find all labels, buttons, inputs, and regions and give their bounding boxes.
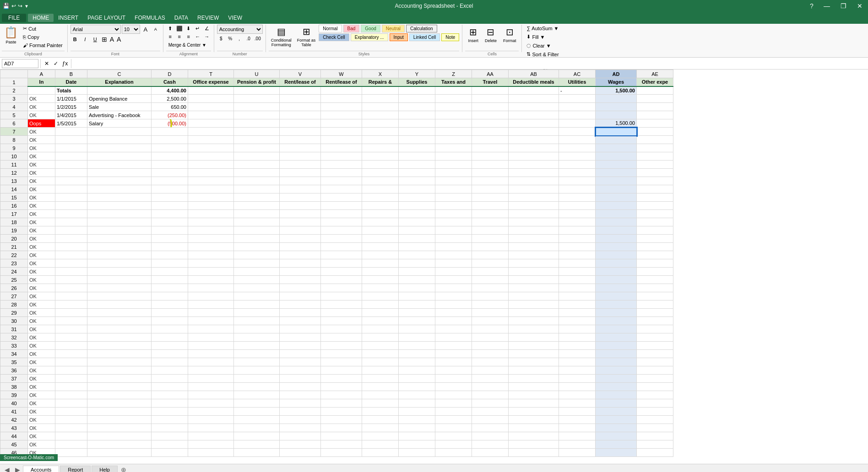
cell-AC14[interactable] xyxy=(559,185,596,193)
cell-D43[interactable] xyxy=(152,424,188,432)
cell-C7[interactable] xyxy=(87,128,152,136)
cell-AD13[interactable] xyxy=(596,177,637,185)
row-header-25[interactable]: 25 xyxy=(0,276,28,284)
cell-AB17[interactable] xyxy=(509,210,559,218)
cell-T15[interactable] xyxy=(188,193,234,202)
align-right-btn[interactable]: ≡ xyxy=(184,33,193,40)
row-header-42[interactable]: 42 xyxy=(0,416,28,424)
cell-B13[interactable] xyxy=(55,177,87,185)
cell-W36[interactable] xyxy=(321,366,362,375)
cell-V28[interactable] xyxy=(280,300,321,309)
cell-Y25[interactable] xyxy=(399,276,435,284)
cell-AC39[interactable] xyxy=(559,391,596,399)
cell-AB40[interactable] xyxy=(509,399,559,408)
cell-A36[interactable]: OK xyxy=(28,366,55,375)
cell-Z44[interactable] xyxy=(435,432,472,440)
cell-X31[interactable] xyxy=(362,325,399,333)
cell-AC29[interactable] xyxy=(559,309,596,317)
cell-AD40[interactable] xyxy=(596,399,637,408)
cell-X23[interactable] xyxy=(362,259,399,268)
cell-D46[interactable] xyxy=(152,449,188,457)
cell-V23[interactable] xyxy=(280,259,321,268)
cell-V19[interactable] xyxy=(280,226,321,235)
cell-Z23[interactable] xyxy=(435,259,472,268)
cell-U37[interactable] xyxy=(234,375,280,383)
cell-V16[interactable] xyxy=(280,202,321,210)
cell-W5[interactable] xyxy=(321,111,362,119)
cell-B33[interactable] xyxy=(55,342,87,350)
cell-AA43[interactable] xyxy=(472,424,509,432)
cell-Y42[interactable] xyxy=(399,416,435,424)
cell-AE33[interactable] xyxy=(637,342,673,350)
cell-Y19[interactable] xyxy=(399,226,435,235)
cell-V35[interactable] xyxy=(280,358,321,366)
cell-AE12[interactable] xyxy=(637,169,673,177)
row-header-16[interactable]: 16 xyxy=(0,202,28,210)
cell-Y29[interactable] xyxy=(399,309,435,317)
cell-A24[interactable]: OK xyxy=(28,268,55,276)
cell-V1[interactable]: Rent/lease of xyxy=(280,78,321,86)
cell-AC30[interactable] xyxy=(559,317,596,325)
col-header-A[interactable]: A xyxy=(28,70,55,78)
cell-Y11[interactable] xyxy=(399,161,435,169)
align-left-btn[interactable]: ≡ xyxy=(166,33,174,40)
cell-V14[interactable] xyxy=(280,185,321,193)
cell-W12[interactable] xyxy=(321,169,362,177)
cell-B20[interactable] xyxy=(55,235,87,243)
cell-Z27[interactable] xyxy=(435,292,472,300)
cell-X27[interactable] xyxy=(362,292,399,300)
cell-W20[interactable] xyxy=(321,235,362,243)
row-header-18[interactable]: 18 xyxy=(0,218,28,226)
cell-AC42[interactable] xyxy=(559,416,596,424)
cell-AA29[interactable] xyxy=(472,309,509,317)
cell-U6[interactable] xyxy=(234,119,280,128)
col-header-AA[interactable]: AA xyxy=(472,70,509,78)
cell-X35[interactable] xyxy=(362,358,399,366)
run-icon[interactable]: ▼ xyxy=(24,4,29,9)
row-header-31[interactable]: 31 xyxy=(0,325,28,333)
cell-AA15[interactable] xyxy=(472,193,509,202)
cell-AA26[interactable] xyxy=(472,284,509,292)
cell-AB35[interactable] xyxy=(509,358,559,366)
cell-T34[interactable] xyxy=(188,350,234,358)
cell-AB3[interactable] xyxy=(509,95,559,103)
cell-B37[interactable] xyxy=(55,375,87,383)
cell-AE46[interactable] xyxy=(637,449,673,457)
cell-C4[interactable]: Sale xyxy=(87,103,152,111)
cell-A4[interactable]: OK xyxy=(28,103,55,111)
cell-U8[interactable] xyxy=(234,136,280,144)
cell-AA11[interactable] xyxy=(472,161,509,169)
cell-T14[interactable] xyxy=(188,185,234,193)
cell-X44[interactable] xyxy=(362,432,399,440)
cell-U40[interactable] xyxy=(234,399,280,408)
cell-AB1[interactable]: Deductible meals xyxy=(509,78,559,86)
cell-U44[interactable] xyxy=(234,432,280,440)
cell-Z37[interactable] xyxy=(435,375,472,383)
cell-T4[interactable] xyxy=(188,103,234,111)
cell-C17[interactable] xyxy=(87,210,152,218)
conditional-formatting-button[interactable]: ▤ ConditionalFormatting xyxy=(269,25,294,48)
cell-AA44[interactable] xyxy=(472,432,509,440)
cell-U18[interactable] xyxy=(234,218,280,226)
cell-W3[interactable] xyxy=(321,95,362,103)
cell-Y12[interactable] xyxy=(399,169,435,177)
cell-AC19[interactable] xyxy=(559,226,596,235)
cell-AC46[interactable] xyxy=(559,449,596,457)
fill-dropdown-icon[interactable]: ▼ xyxy=(540,34,545,40)
cell-V12[interactable] xyxy=(280,169,321,177)
cell-Y8[interactable] xyxy=(399,136,435,144)
cell-AB9[interactable] xyxy=(509,144,559,152)
fill-button[interactable]: ⬇ Fill ▼ xyxy=(525,33,547,41)
cell-AA25[interactable] xyxy=(472,276,509,284)
cell-AB4[interactable] xyxy=(509,103,559,111)
cell-V11[interactable] xyxy=(280,161,321,169)
cell-W37[interactable] xyxy=(321,375,362,383)
cell-T35[interactable] xyxy=(188,358,234,366)
cell-AE42[interactable] xyxy=(637,416,673,424)
cell-X5[interactable] xyxy=(362,111,399,119)
cell-B1[interactable]: Date xyxy=(55,78,87,86)
cell-C28[interactable] xyxy=(87,300,152,309)
cell-AB31[interactable] xyxy=(509,325,559,333)
cell-AD46[interactable] xyxy=(596,449,637,457)
cell-V24[interactable] xyxy=(280,268,321,276)
